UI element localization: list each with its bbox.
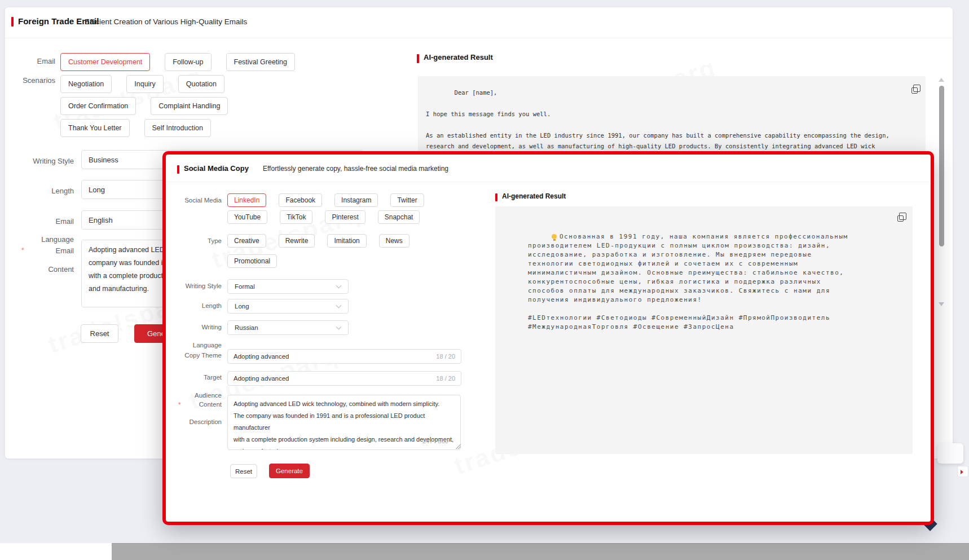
target-audience-label-line1: Target (166, 374, 222, 381)
copy-theme-field: 18 / 20 (227, 349, 461, 364)
modal-result-title: AI-generated Result (502, 192, 566, 200)
chevron-down-icon (336, 324, 342, 330)
lightbulb-icon (552, 234, 557, 239)
email-scenarios-label-line1: Email (11, 57, 55, 66)
social-tiktok[interactable]: TikTok (280, 210, 312, 224)
writing-language-value: Russian (235, 324, 258, 331)
modal-title: Social Media Copy (184, 164, 249, 173)
scenario-chip-group: Customer Development Follow-up Festival … (60, 53, 331, 141)
scenario-quotation[interactable]: Quotation (178, 75, 224, 93)
social-twitter[interactable]: Twitter (390, 193, 424, 207)
length-label: Length (11, 187, 74, 195)
modal-subtitle: Effortlessly generate copy, hassle-free … (263, 165, 448, 173)
social-linkedin[interactable]: LinkedIn (227, 193, 266, 207)
social-instagram[interactable]: Instagram (334, 193, 378, 207)
background-window-edge (112, 543, 969, 560)
type-imitation[interactable]: Imitation (327, 234, 366, 248)
resize-handle-icon[interactable] (455, 443, 461, 449)
scenario-follow-up[interactable]: Follow-up (165, 53, 211, 71)
modal-result-text: Основанная в 1991 году, наша компания яв… (528, 232, 866, 305)
content-description-label-line2: Description (166, 418, 222, 425)
email-scenarios-label: Email Scenarios (11, 57, 55, 85)
scenario-self-introduction[interactable]: Self Introduction (144, 119, 211, 137)
screen: trade!sparq trade!sparq trade!sparq Fore… (0, 0, 969, 560)
social-pinterest[interactable]: Pinterest (325, 210, 365, 224)
modal-title-accent-bar (177, 165, 179, 174)
target-audience-label-line2: Audience (166, 392, 222, 399)
target-audience-input[interactable] (234, 372, 397, 385)
writing-style-value: Business (89, 156, 118, 164)
scenario-thank-you-letter[interactable]: Thank You Letter (60, 119, 130, 137)
modal-header-divider (166, 182, 931, 182)
copy-icon[interactable] (897, 215, 904, 222)
content-description-label-line1: Content (166, 401, 222, 408)
social-facebook[interactable]: Facebook (279, 193, 322, 207)
modal-result-panel: Основанная в 1991 году, наша компания яв… (495, 206, 913, 454)
content-description-counter: 247 / 500 (422, 438, 448, 444)
email-content-label-line2: Content (11, 265, 74, 274)
social-youtube[interactable]: YouTube (227, 210, 267, 224)
site-logo-icon (957, 466, 968, 477)
result-email-text: Dear [name], I hope this message finds y… (426, 87, 913, 152)
title-accent-bar (11, 17, 14, 27)
page-subtitle: Efficient Creation of Various High-Quali… (85, 17, 247, 26)
modal-length-value: Long (235, 303, 249, 310)
reset-button[interactable]: Reset (81, 324, 118, 343)
modal-writing-style-value: Formal (235, 283, 255, 290)
scenario-customer-development[interactable]: Customer Development (60, 53, 150, 71)
scrollbar-thumb[interactable] (939, 86, 944, 246)
result-accent-bar (417, 54, 419, 63)
social-media-chip-group: LinkedIn Facebook Instagram Twitter YouT… (227, 193, 424, 227)
type-news[interactable]: News (379, 234, 409, 248)
type-chip-group: Creative Rewrite Imitation News Promotio… (227, 234, 409, 271)
scenario-inquiry[interactable]: Inquiry (126, 75, 164, 93)
background-mini-card (937, 443, 963, 464)
target-audience-field: 18 / 20 (227, 371, 461, 386)
type-rewrite[interactable]: Rewrite (279, 234, 315, 248)
modal-writing-style-label: Writing Style (166, 283, 222, 289)
email-scenarios-label-line2: Scenarios (11, 76, 55, 85)
modal-result-paragraph: Основанная в 1991 году, наша компания яв… (528, 233, 848, 303)
target-audience-counter: 18 / 20 (436, 375, 455, 382)
email-language-label-line2: Language (11, 235, 74, 244)
email-language-value: English (89, 216, 113, 224)
social-media-label: Social Media (166, 197, 222, 204)
type-label: Type (166, 237, 222, 244)
email-content-label-line1: Email (11, 246, 74, 255)
result-title: AI-generated Result (424, 53, 493, 61)
chevron-down-icon (336, 283, 342, 289)
scenario-festival-greeting[interactable]: Festival Greeting (226, 53, 295, 71)
scenario-negotiation[interactable]: Negotiation (60, 75, 112, 93)
type-promotional[interactable]: Promotional (227, 254, 277, 268)
modal-reset-button[interactable]: Reset (230, 464, 257, 478)
writing-language-label-line1: Writing (166, 324, 222, 330)
copy-theme-label: Copy Theme (166, 352, 222, 359)
copy-theme-counter: 18 / 20 (436, 353, 455, 360)
type-creative[interactable]: Creative (227, 234, 266, 248)
social-snapchat[interactable]: Snapchat (378, 210, 420, 224)
writing-language-select[interactable]: Russian (227, 320, 349, 335)
modal-length-select[interactable]: Long (227, 299, 349, 314)
modal-generate-button[interactable]: Generate (269, 464, 310, 478)
writing-language-label-line2: Language (166, 342, 222, 349)
scroll-up-arrow-icon[interactable] (939, 78, 944, 82)
modal-length-label: Length (166, 302, 222, 309)
scenario-order-confirmation[interactable]: Order Confirmation (60, 97, 136, 115)
header-divider (5, 38, 953, 38)
modal-writing-style-select[interactable]: Formal (227, 279, 349, 294)
scroll-down-arrow-icon[interactable] (939, 302, 944, 306)
modal-result-accent-bar (495, 193, 497, 201)
modal-result-hashtags: #LEDтехнологии #Светодиоды #СовременныйД… (528, 314, 866, 332)
social-media-copy-modal: trade!sparq trade!sparq trade!sparq trad… (162, 151, 934, 525)
copy-theme-input[interactable] (234, 350, 397, 363)
writing-style-label: Writing Style (11, 157, 74, 165)
chevron-down-icon (336, 303, 342, 308)
length-value: Long (89, 186, 105, 194)
email-language-label-line1: Email (11, 217, 74, 226)
scenario-complaint-handling[interactable]: Complaint Handling (151, 97, 228, 115)
